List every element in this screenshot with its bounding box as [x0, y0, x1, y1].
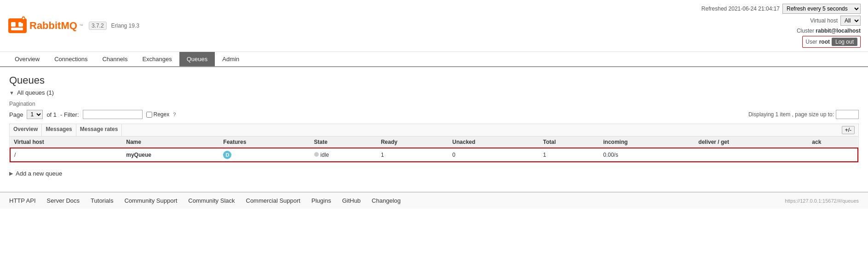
- section-arrow: ▼: [9, 90, 14, 96]
- queues-table-wrapper: Overview Messages Message rates +/- Virt…: [9, 124, 859, 163]
- col-unacked: Unacked: [448, 137, 539, 148]
- nav-queues[interactable]: Queues: [179, 52, 215, 66]
- all-queues-section[interactable]: ▼ All queues (1): [9, 89, 859, 96]
- nav-channels[interactable]: Channels: [95, 52, 135, 66]
- regex-checkbox[interactable]: [146, 112, 152, 118]
- logo-area: RabbitMQ™ 3.7.2 Erlang 19.3: [7, 16, 139, 36]
- col-incoming: incoming: [599, 137, 695, 148]
- cell-total: 1: [540, 148, 600, 162]
- refresh-select[interactable]: Refresh every 5 seconds Refresh every 10…: [782, 4, 861, 14]
- page-label: Page: [9, 111, 23, 118]
- cell-unacked: 0: [448, 148, 539, 162]
- nav-exchanges[interactable]: Exchanges: [135, 52, 179, 66]
- of-label: of 1: [46, 111, 57, 118]
- footer-community-slack[interactable]: Community Slack: [188, 197, 235, 204]
- refresh-row: Refreshed 2021-06-24 21:04:17 Refresh ev…: [701, 4, 861, 14]
- cell-incoming: 0.00/s: [599, 148, 695, 162]
- page-select[interactable]: 1: [27, 110, 43, 119]
- cluster-value: rabbit@localhost: [816, 28, 861, 34]
- table-header-row: Virtual host Name Features State Ready U…: [10, 137, 858, 148]
- header: RabbitMQ™ 3.7.2 Erlang 19.3 Refreshed 20…: [0, 0, 868, 52]
- cell-features: D: [219, 148, 310, 162]
- nav-overview[interactable]: Overview: [7, 52, 47, 66]
- logo: RabbitMQ™: [7, 16, 83, 36]
- footer-github[interactable]: GitHub: [342, 197, 361, 204]
- queues-table: Virtual host Name Features State Ready U…: [10, 137, 858, 162]
- erlang-version: Erlang 19.3: [111, 23, 139, 29]
- filter-input[interactable]: [83, 110, 143, 119]
- add-queue-row[interactable]: ▶ Add a new queue: [9, 170, 859, 177]
- version-badge: 3.7.2: [89, 22, 107, 30]
- plus-minus-button[interactable]: +/-: [842, 126, 855, 134]
- col-ready: Ready: [377, 137, 448, 148]
- svg-rect-1: [11, 22, 16, 27]
- cell-ready: 1: [377, 148, 448, 162]
- table-row[interactable]: / myQueue D idle 1 0 1 0.00/s: [10, 148, 858, 162]
- user-label: User: [805, 39, 817, 45]
- col-ack: ack: [808, 137, 858, 148]
- idle-dot: [314, 152, 319, 157]
- nav-admin[interactable]: Admin: [215, 52, 247, 66]
- user-row: User root Log out: [802, 36, 861, 48]
- version-info: 3.7.2 Erlang 19.3: [89, 22, 139, 30]
- pagination-label: Pagination: [9, 101, 859, 107]
- message-rates-section-label: Message rates: [76, 124, 122, 136]
- logo-tm: ™: [79, 23, 83, 28]
- col-name: Name: [122, 137, 219, 148]
- username: root: [819, 39, 830, 45]
- section-label: All queues (1): [17, 89, 54, 96]
- display-info: Displaying 1 item , page size up to: 100: [748, 110, 859, 119]
- cluster-row: Cluster rabbit@localhost: [797, 28, 861, 34]
- d-badge: D: [223, 151, 231, 159]
- cell-name: myQueue: [122, 148, 219, 162]
- pagination-row: Page 1 of 1 - Filter: Regex ? Displaying…: [9, 110, 859, 119]
- main-content: Queues ▼ All queues (1) Pagination Page …: [0, 67, 868, 192]
- col-virtual-host: Virtual host: [10, 137, 122, 148]
- refreshed-label: Refreshed 2021-06-24 21:04:17: [701, 6, 780, 12]
- overview-section-label: Overview: [10, 124, 42, 136]
- svg-point-6: [23, 17, 24, 19]
- footer-community-support[interactable]: Community Support: [124, 197, 177, 204]
- filter-label: - Filter:: [60, 111, 79, 118]
- col-state: State: [310, 137, 377, 148]
- footer-http-api[interactable]: HTTP API: [9, 197, 36, 204]
- col-total: Total: [540, 137, 600, 148]
- cell-state: idle: [310, 148, 377, 162]
- table-section-labels: Overview Messages Message rates +/-: [10, 124, 858, 137]
- footer: HTTP API Server Docs Tutorials Community…: [0, 192, 868, 209]
- logo-text: RabbitMQ: [29, 20, 77, 32]
- col-features: Features: [219, 137, 310, 148]
- footer-plugins[interactable]: Plugins: [311, 197, 331, 204]
- cell-virtual-host: /: [10, 148, 122, 162]
- col-deliver-get: deliver / get: [695, 137, 808, 148]
- footer-tutorials[interactable]: Tutorials: [91, 197, 113, 204]
- footer-commercial-support[interactable]: Commercial Support: [246, 197, 301, 204]
- add-queue-arrow: ▶: [9, 171, 13, 177]
- display-text: Displaying 1 item , page size up to:: [748, 111, 834, 118]
- footer-url: https://127.0.0.1:15672/#/queues: [785, 198, 859, 204]
- regex-text: Regex: [154, 111, 170, 118]
- add-queue-label: Add a new queue: [16, 170, 62, 177]
- vhost-select[interactable]: All /: [840, 16, 861, 26]
- vhost-label: Virtual host: [810, 17, 838, 24]
- logout-button[interactable]: Log out: [832, 38, 857, 46]
- footer-server-docs[interactable]: Server Docs: [47, 197, 80, 204]
- cell-deliver-get: [695, 148, 808, 162]
- page-size-input[interactable]: 100: [836, 110, 859, 119]
- rabbitmq-logo-icon: [7, 16, 28, 36]
- regex-label: Regex: [146, 111, 170, 118]
- nav-connections[interactable]: Connections: [47, 52, 95, 66]
- nav: Overview Connections Channels Exchanges …: [0, 52, 868, 67]
- cluster-label: Cluster: [797, 28, 814, 34]
- footer-changelog[interactable]: Changelog: [372, 197, 401, 204]
- help-icon[interactable]: ?: [173, 112, 176, 117]
- vhost-row: Virtual host All /: [810, 16, 861, 26]
- header-right: Refreshed 2021-06-24 21:04:17 Refresh ev…: [701, 4, 861, 48]
- cell-ack: [808, 148, 858, 162]
- messages-section-label: Messages: [42, 124, 76, 136]
- page-title: Queues: [9, 74, 859, 86]
- svg-rect-3: [11, 28, 23, 30]
